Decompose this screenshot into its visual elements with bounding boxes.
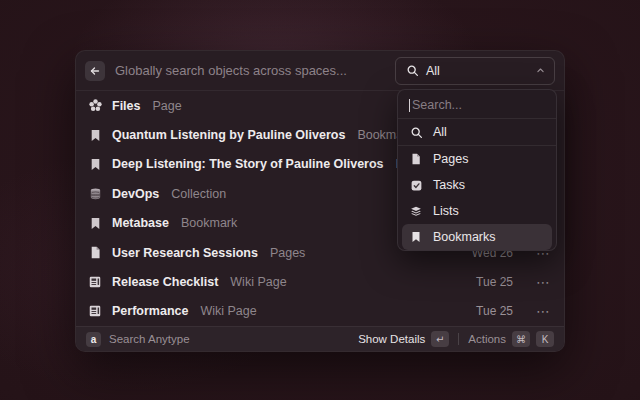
back-button[interactable] (85, 61, 105, 81)
search-icon (405, 64, 419, 77)
result-title: Release Checklist (112, 275, 218, 289)
result-date: Tue 25 (476, 304, 513, 318)
global-search-input[interactable]: Globally search objects across spaces... (115, 63, 387, 78)
result-title: Deep Listening: The Story of Pauline Oli… (112, 157, 384, 171)
result-title: Performance (112, 304, 188, 318)
search-bar: Globally search objects across spaces...… (76, 51, 564, 91)
filter-menu-search-input[interactable]: Search... (398, 92, 556, 118)
app-label: Search Anytype (109, 333, 190, 345)
flower-icon (87, 98, 103, 113)
result-type: Wiki Page (200, 304, 256, 318)
page-icon (87, 245, 103, 260)
filter-selected-label: All (426, 64, 440, 78)
search-icon (409, 126, 423, 139)
menu-item-pages[interactable]: Pages (398, 146, 556, 172)
actions-label: Actions (468, 333, 506, 345)
arrow-left-icon (89, 65, 101, 77)
more-options-icon[interactable]: ⋯ (536, 306, 550, 316)
show-details-label: Show Details (358, 333, 425, 345)
bookmark-icon (87, 157, 103, 172)
wiki-page-icon (87, 304, 103, 318)
k-key-icon: K (536, 331, 554, 347)
menu-item-tasks[interactable]: Tasks (398, 172, 556, 198)
menu-item-label: Pages (433, 152, 468, 166)
menu-item-bookmarks[interactable]: Bookmarks (402, 224, 552, 250)
filter-menu-search-placeholder: Search... (412, 98, 462, 112)
lists-icon (409, 205, 423, 218)
result-title: Quantum Listening by Pauline Oliveros (112, 128, 345, 142)
bookmark-icon (87, 216, 103, 231)
page-icon (409, 152, 423, 166)
command-key-icon: ⌘ (512, 331, 530, 347)
more-options-icon[interactable]: ⋯ (536, 277, 550, 287)
wiki-page-icon (87, 275, 103, 289)
footer-divider (458, 333, 459, 345)
result-date: Tue 25 (476, 275, 513, 289)
filter-dropdown-menu: Search... All Pages Tasks (397, 89, 557, 251)
anytype-logo-icon: a (86, 332, 101, 347)
menu-item-label: Lists (433, 204, 459, 218)
text-cursor (409, 99, 410, 112)
bookmark-icon (87, 128, 103, 143)
result-type: Wiki Page (230, 275, 286, 289)
result-title: User Research Sessions (112, 246, 258, 260)
result-type: Pages (270, 246, 305, 260)
menu-item-label: Bookmarks (433, 230, 496, 244)
result-type: Bookmark (181, 216, 237, 230)
global-search-modal: Globally search objects across spaces...… (75, 50, 565, 352)
result-title: Files (112, 99, 141, 113)
footer-bar: a Search Anytype Show Details ↵ Actions … (76, 326, 564, 351)
result-row-performance[interactable]: Performance Wiki Page Tue 25 ⋯ (76, 297, 564, 326)
menu-item-lists[interactable]: Lists (398, 198, 556, 224)
menu-item-label: Tasks (433, 178, 465, 192)
bookmark-icon (409, 230, 423, 244)
filter-select[interactable]: All (395, 57, 555, 85)
result-row-release-checklist[interactable]: Release Checklist Wiki Page Tue 25 ⋯ (76, 267, 564, 296)
collection-icon (87, 187, 103, 201)
result-title: DevOps (112, 187, 159, 201)
menu-item-label: All (433, 125, 447, 139)
result-title: Metabase (112, 216, 169, 230)
result-type: Page (153, 99, 182, 113)
desktop-background: Globally search objects across spaces...… (0, 0, 640, 400)
return-key-icon: ↵ (431, 331, 449, 347)
chevron-up-icon (536, 66, 545, 75)
task-icon (409, 179, 423, 192)
result-type: Collection (171, 187, 226, 201)
menu-item-all[interactable]: All (398, 119, 556, 145)
